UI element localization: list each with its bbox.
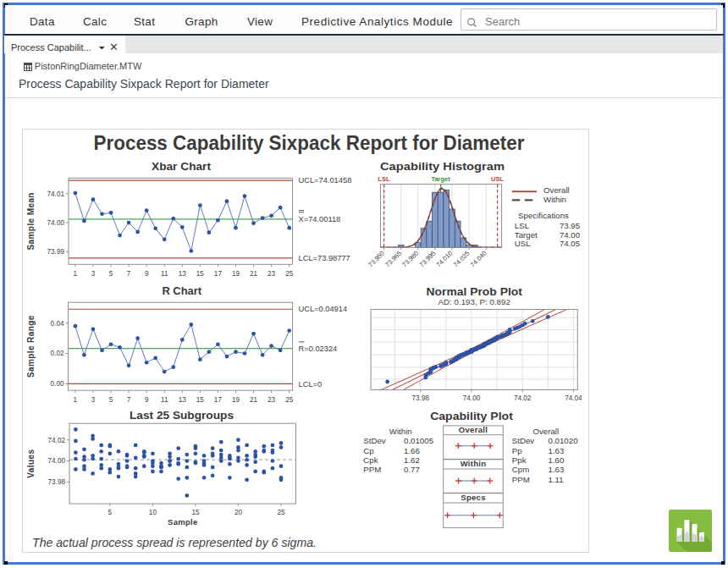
minitab-logo-icon[interactable] — [669, 510, 712, 552]
menu-item-stat[interactable]: Stat — [134, 15, 155, 28]
minitab-window: Data Calc Stat Graph View Predictive Ana… — [0, 0, 728, 568]
tab-strip: Process Capabilit... ✕ — [4, 36, 723, 53]
menu-item-graph[interactable]: Graph — [185, 15, 218, 28]
page-title: Process Capability Sixpack Report for Di… — [19, 77, 269, 91]
menu-item-data[interactable]: Data — [30, 15, 55, 28]
menu-item-calc[interactable]: Calc — [83, 15, 107, 28]
menu-item-view[interactable]: View — [247, 15, 273, 28]
search-placeholder: Search — [485, 15, 520, 28]
worksheet-name: PistonRingDiameter.MTW — [35, 61, 142, 71]
graph-border — [22, 129, 589, 553]
sixpack-graph[interactable]: Process Capability Sixpack Report for Di… — [22, 129, 589, 553]
selection-handle-bottom-left[interactable] — [4, 561, 8, 565]
selection-handle-bottom-right[interactable] — [721, 561, 725, 565]
menu-item-predictive-analytics-module[interactable]: Predictive Analytics Module — [301, 15, 453, 28]
tab-close-icon[interactable]: ✕ — [109, 41, 119, 53]
worksheet-icon — [24, 63, 32, 71]
tab-process-capability[interactable]: Process Capabilit... ✕ — [4, 36, 125, 53]
tab-dropdown-icon[interactable] — [98, 46, 106, 51]
separator-line — [5, 97, 723, 98]
tab-label: Process Capabilit... — [11, 42, 91, 52]
search-input[interactable]: Search — [461, 8, 717, 30]
search-icon — [465, 15, 478, 29]
